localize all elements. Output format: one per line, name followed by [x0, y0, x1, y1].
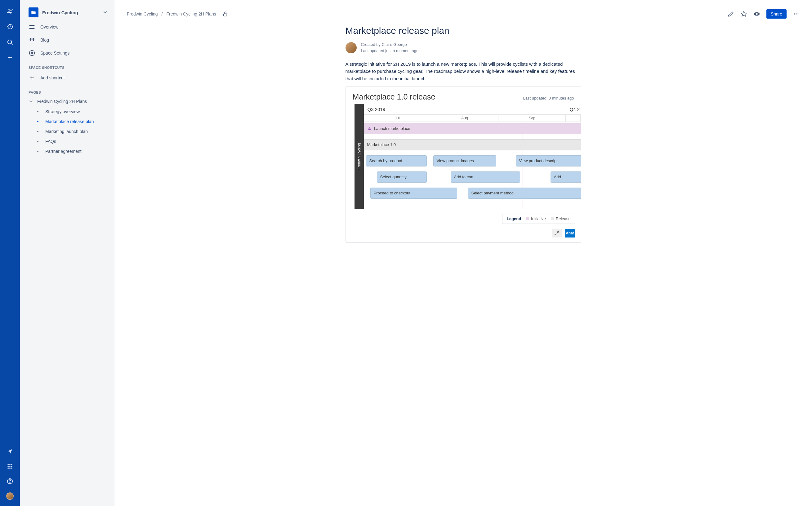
tree-child[interactable]: Partner agreement — [20, 146, 114, 156]
svg-rect-5 — [8, 466, 9, 467]
svg-rect-4 — [11, 464, 12, 465]
share-button[interactable]: Share — [766, 9, 787, 19]
quarter-q4: Q4 2 — [566, 104, 581, 114]
global-rail — [0, 0, 20, 506]
tree-label: Marketplace release plan — [45, 119, 94, 124]
legend: Legend Initiative Release — [502, 214, 575, 224]
bar-label: View product images — [437, 158, 474, 163]
svg-rect-7 — [11, 466, 12, 467]
svg-point-12 — [10, 483, 10, 483]
chevron-down-icon[interactable] — [102, 9, 108, 15]
legend-release: Release — [556, 217, 571, 221]
app-switcher-icon[interactable] — [6, 462, 14, 470]
tree-label: Partner agreement — [45, 149, 82, 154]
section-shortcuts-label: SPACE SHORTCUTS — [20, 60, 114, 71]
bar-feature[interactable]: Add — [551, 171, 581, 183]
chevron-down-icon — [28, 99, 34, 104]
tree-child-active[interactable]: Marketplace release plan — [20, 116, 114, 126]
confluence-logo-icon[interactable] — [6, 7, 14, 15]
aha-logo[interactable]: Aha! — [565, 229, 575, 238]
nav-settings[interactable]: Space Settings — [20, 47, 114, 60]
author-avatar[interactable] — [345, 42, 357, 53]
breadcrumb-link[interactable]: Fredwin Cycling — [127, 11, 158, 16]
svg-rect-10 — [11, 468, 12, 469]
bar-label: Select payment method — [472, 191, 514, 195]
bar-release[interactable]: Marketplace 1.0 — [364, 139, 581, 150]
tree-label: FAQs — [45, 139, 56, 144]
watch-icon[interactable] — [753, 11, 760, 17]
bar-feature[interactable]: Proceed to checkout — [370, 188, 457, 199]
svg-rect-2 — [8, 464, 9, 465]
tree-child[interactable]: Marketing launch plan — [20, 126, 114, 137]
month-jul: Jul — [364, 115, 431, 121]
svg-rect-21 — [369, 127, 370, 128]
star-icon[interactable] — [740, 11, 747, 17]
last-updated: Last updated just a moment ago — [361, 48, 419, 54]
search-icon[interactable] — [6, 38, 14, 46]
svg-point-18 — [794, 13, 795, 14]
tree-label: Marketing launch plan — [45, 129, 88, 134]
tree-child[interactable]: FAQs — [20, 137, 114, 146]
svg-rect-6 — [9, 466, 10, 467]
topbar-actions: Share — [727, 9, 800, 19]
bar-label: Select quantity — [380, 175, 407, 179]
unlock-icon[interactable] — [222, 11, 229, 17]
svg-point-17 — [756, 13, 758, 15]
edit-icon[interactable] — [727, 11, 734, 17]
page-title: Marketplace release plan — [345, 25, 581, 36]
svg-rect-3 — [9, 464, 10, 465]
created-by: Created by Claire George — [361, 41, 419, 48]
timeline-body[interactable]: Q3 2019 Q4 2 Jul Aug Sep — [364, 104, 581, 209]
breadcrumb: Fredwin Cycling / Fredwin Cycling 2H Pla… — [127, 11, 229, 17]
svg-rect-8 — [8, 468, 9, 469]
swatch-release — [551, 217, 554, 220]
nav-label: Space Settings — [40, 51, 70, 56]
bar-feature[interactable]: Search by product — [366, 155, 427, 167]
user-avatar[interactable] — [6, 492, 14, 500]
bar-label: Add — [554, 175, 561, 179]
blog-icon — [28, 36, 35, 44]
svg-rect-9 — [9, 468, 10, 469]
tree-child[interactable]: Strategy overview — [20, 107, 114, 116]
space-header[interactable]: Fredwin Cycling — [20, 6, 114, 20]
more-icon[interactable] — [793, 11, 800, 17]
space-icon — [28, 7, 38, 17]
breadcrumb-link[interactable]: Fredwin Cycling 2H Plans — [166, 11, 216, 16]
topbar: Fredwin Cycling / Fredwin Cycling 2H Pla… — [127, 0, 800, 22]
svg-rect-22 — [368, 129, 369, 130]
nav-blog[interactable]: Blog — [20, 33, 114, 47]
timeline-side-label: Fredwin Cycling — [354, 104, 364, 209]
breadcrumb-separator: / — [162, 11, 163, 16]
quarter-q3: Q3 2019 — [364, 104, 566, 114]
bar-label: Proceed to checkout — [374, 191, 411, 195]
nav-overview[interactable]: Overview — [20, 20, 114, 33]
nav-label: Add shortcut — [40, 75, 65, 80]
main-content: Fredwin Cycling / Fredwin Cycling 2H Pla… — [114, 0, 812, 506]
bar-feature[interactable]: Select payment method — [468, 188, 581, 199]
create-icon[interactable] — [6, 54, 14, 61]
svg-point-19 — [796, 13, 797, 14]
timeline-gutter — [346, 104, 350, 209]
bar-feature[interactable]: View product images — [433, 155, 496, 167]
section-pages-label: PAGES — [20, 84, 114, 96]
roadmap-embed: Marketplace 1.0 release Last updated: 3 … — [345, 86, 581, 243]
bar-label: Launch marketplace — [374, 126, 410, 131]
month-sep: Sep — [498, 115, 566, 121]
tree-label: Strategy overview — [45, 109, 80, 114]
svg-rect-24 — [370, 129, 371, 130]
bar-feature[interactable]: Select quantity — [377, 171, 427, 183]
add-shortcut[interactable]: Add shortcut — [20, 71, 114, 84]
legend-title: Legend — [507, 217, 521, 221]
bar-label: Search by product — [370, 158, 402, 163]
bar-initiative[interactable]: Launch marketplace — [364, 123, 581, 134]
nav-label: Overview — [40, 24, 58, 29]
help-icon[interactable] — [6, 478, 14, 485]
bar-feature[interactable]: View product descrip — [516, 155, 581, 167]
expand-icon[interactable] — [552, 229, 562, 238]
notifications-icon[interactable] — [6, 448, 14, 455]
tree-root[interactable]: Fredwin Cycling 2H Plans — [20, 96, 114, 107]
bar-feature[interactable]: Add to cart — [451, 171, 520, 183]
bar-label: Add to cart — [454, 175, 474, 179]
recent-icon[interactable] — [6, 23, 14, 30]
nav-label: Blog — [40, 37, 49, 43]
